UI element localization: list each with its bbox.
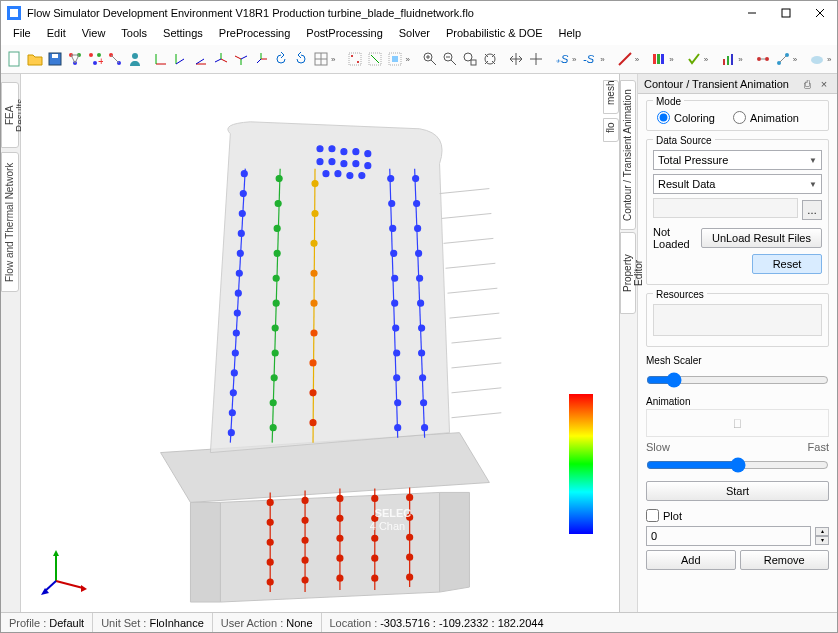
reset-button[interactable]: Reset xyxy=(752,254,822,274)
remove-button[interactable]: Remove xyxy=(740,550,830,570)
line-tool-icon[interactable] xyxy=(616,47,634,71)
axis-xz-icon[interactable] xyxy=(192,47,210,71)
right-tab-contour[interactable]: Contour / Transient Animation xyxy=(620,80,636,230)
svg-point-169 xyxy=(267,559,273,565)
minimize-button[interactable] xyxy=(735,1,769,25)
right-tab-mesh[interactable]: mesh xyxy=(603,80,619,114)
toolbar-overflow-icon[interactable]: » xyxy=(827,55,831,64)
toolbar-overflow-icon[interactable]: » xyxy=(405,55,409,64)
svg-point-190 xyxy=(407,574,413,580)
radio-animation[interactable]: Animation xyxy=(733,111,799,124)
zoom-window-icon[interactable] xyxy=(461,47,479,71)
data-source-secondary-combo[interactable]: Result Data xyxy=(653,174,822,194)
svg-line-50 xyxy=(451,60,456,65)
menu-tools[interactable]: Tools xyxy=(113,25,155,45)
rotate-cw-icon[interactable] xyxy=(292,47,310,71)
toolbar-overflow-icon[interactable]: » xyxy=(635,55,639,64)
check-icon[interactable] xyxy=(685,47,703,71)
axis-xy-icon[interactable] xyxy=(152,47,170,71)
axis-iso3-icon[interactable] xyxy=(252,47,270,71)
menu-help[interactable]: Help xyxy=(551,25,590,45)
open-file-icon[interactable] xyxy=(26,47,44,71)
menu-preprocessing[interactable]: PreProcessing xyxy=(211,25,299,45)
svg-rect-60 xyxy=(653,54,656,64)
plot-value-spinner[interactable]: 0 xyxy=(646,526,811,546)
result-file-field[interactable] xyxy=(653,198,798,218)
window-title: Flow Simulator Development Environment V… xyxy=(27,7,735,19)
resources-field[interactable] xyxy=(653,304,822,336)
menu-edit[interactable]: Edit xyxy=(39,25,74,45)
browse-button[interactable]: … xyxy=(802,200,822,220)
menu-settings[interactable]: Settings xyxy=(155,25,211,45)
toolbar-overflow-icon[interactable]: » xyxy=(704,55,708,64)
select-region-icon[interactable] xyxy=(386,47,404,71)
radio-coloring[interactable]: Coloring xyxy=(657,111,715,124)
spinner-buttons[interactable]: ▴▾ xyxy=(815,527,829,545)
select-points-icon[interactable] xyxy=(346,47,364,71)
profile-value: Default xyxy=(49,617,84,629)
menu-bar: File Edit View Tools Settings PreProcess… xyxy=(1,25,837,45)
left-tab-fea-results[interactable]: FEA Results xyxy=(1,82,19,148)
toolbar-overflow-icon[interactable]: » xyxy=(600,55,604,64)
toolbar-overflow-icon[interactable]: » xyxy=(669,55,673,64)
viewport-3d[interactable]: SELEC 4 Chan xyxy=(21,74,619,612)
cloud-icon[interactable] xyxy=(808,47,826,71)
close-button[interactable] xyxy=(803,1,837,25)
axis-iso2-icon[interactable] xyxy=(232,47,250,71)
select-lines-icon[interactable] xyxy=(366,47,384,71)
unload-results-button[interactable]: UnLoad Result Files xyxy=(701,228,822,248)
data-source-label: Data Source xyxy=(653,135,715,146)
right-tab-property-editor[interactable]: Property Editor xyxy=(620,232,636,314)
left-tab-flow-thermal[interactable]: Flow and Thermal Network xyxy=(1,152,19,292)
toolbar-overflow-icon[interactable]: » xyxy=(572,55,576,64)
zoom-out-icon[interactable] xyxy=(441,47,459,71)
user-icon[interactable] xyxy=(126,47,144,71)
menu-file[interactable]: File xyxy=(5,25,39,45)
connector1-icon[interactable] xyxy=(754,47,772,71)
animation-speed-slider[interactable] xyxy=(646,457,829,473)
axis-yz-icon[interactable] xyxy=(172,47,190,71)
network-icon[interactable] xyxy=(66,47,84,71)
pan-icon[interactable] xyxy=(507,47,525,71)
save-file-icon[interactable] xyxy=(46,47,64,71)
svg-point-145 xyxy=(393,325,399,331)
move-icon[interactable] xyxy=(527,47,545,71)
menu-probabilistic-doe[interactable]: Probabilistic & DOE xyxy=(438,25,551,45)
zoom-fit-icon[interactable] xyxy=(481,47,499,71)
panel-pin-icon[interactable]: ⎙ xyxy=(800,77,814,91)
new-file-icon[interactable] xyxy=(6,47,24,71)
add-button[interactable]: Add xyxy=(646,550,736,570)
panel-close-icon[interactable]: × xyxy=(817,77,831,91)
snap-s2-icon[interactable]: -S xyxy=(581,47,599,71)
load-status-text: Not Loaded xyxy=(653,226,697,250)
network-add-icon[interactable]: + xyxy=(86,47,104,71)
toolbar-overflow-icon[interactable]: » xyxy=(793,55,797,64)
plot-checkbox[interactable]: Plot xyxy=(646,509,682,522)
data-source-primary-combo[interactable]: Total Pressure xyxy=(653,150,822,170)
status-bar: Profile :Default Unit Set :FloInhance Us… xyxy=(1,612,837,632)
menu-solver[interactable]: Solver xyxy=(391,25,438,45)
start-button[interactable]: Start xyxy=(646,481,829,501)
svg-point-12 xyxy=(89,53,93,57)
chart-icon[interactable] xyxy=(719,47,737,71)
color-bars-icon[interactable] xyxy=(650,47,668,71)
maximize-button[interactable] xyxy=(769,1,803,25)
svg-line-83 xyxy=(452,363,502,368)
svg-point-133 xyxy=(323,171,329,177)
mesh-scaler-slider[interactable] xyxy=(646,372,829,388)
color-legend-icon xyxy=(569,394,593,534)
network-edit-icon[interactable] xyxy=(106,47,124,71)
snap-s-icon[interactable]: ₊S xyxy=(553,47,571,71)
menu-postprocessing[interactable]: PostProcessing xyxy=(298,25,390,45)
grid-icon[interactable] xyxy=(312,47,330,71)
zoom-in-icon[interactable] xyxy=(421,47,439,71)
toolbar-overflow-icon[interactable]: » xyxy=(331,55,335,64)
rotate-ccw-icon[interactable] xyxy=(272,47,290,71)
menu-view[interactable]: View xyxy=(74,25,114,45)
axis-iso1-icon[interactable] xyxy=(212,47,230,71)
toolbar-overflow-icon[interactable]: » xyxy=(738,55,742,64)
svg-point-188 xyxy=(407,534,413,540)
connector2-icon[interactable] xyxy=(774,47,792,71)
right-tab-flo[interactable]: flo xyxy=(603,118,619,142)
svg-point-173 xyxy=(302,537,308,543)
